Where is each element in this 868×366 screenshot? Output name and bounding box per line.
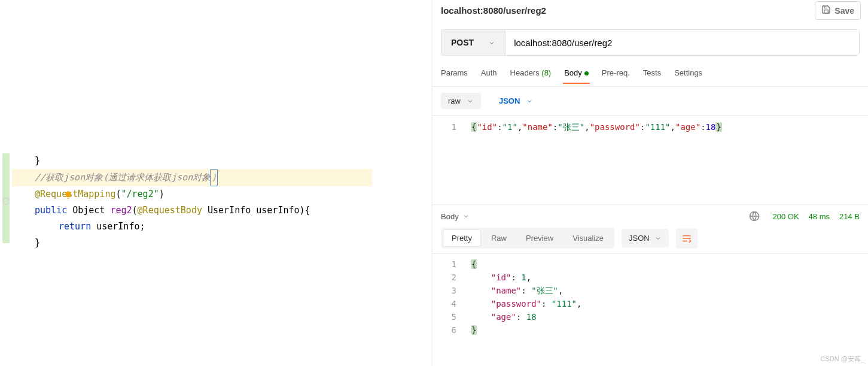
code-body[interactable]: } //获取json对象(通过请求体获取json对象) @RequestMapp… bbox=[12, 0, 432, 366]
tab-body[interactable]: Body bbox=[564, 68, 589, 83]
code-editor-pane: } //获取json对象(通过请求体获取json对象) @RequestMapp… bbox=[0, 0, 432, 366]
response-body-viewer[interactable]: 1{2 "id": 1,3 "name": "张三",4 "password":… bbox=[433, 253, 868, 340]
view-pill-group: PrettyRawPreviewVisualize bbox=[441, 228, 614, 249]
expr: userInfo; bbox=[96, 219, 145, 235]
line-number: 4 bbox=[433, 297, 471, 310]
tab-label: Auth bbox=[481, 68, 497, 77]
view-pill-pretty[interactable]: Pretty bbox=[443, 230, 480, 246]
code-text: } bbox=[471, 323, 868, 337]
body-lang-label: JSON bbox=[499, 96, 520, 105]
lightbulb-icon[interactable] bbox=[20, 173, 30, 183]
paren-open: ( bbox=[132, 202, 138, 219]
response-meta: 200 OK 48 ms 214 B bbox=[749, 211, 860, 222]
save-label: Save bbox=[835, 6, 854, 16]
tab-label: Params bbox=[441, 68, 468, 77]
view-pill-visualize[interactable]: Visualize bbox=[564, 230, 612, 246]
keyword: return bbox=[59, 219, 91, 235]
code-text: {"id":"1","name":"张三","password":"111","… bbox=[471, 120, 868, 134]
body-options-row: raw JSON bbox=[433, 87, 868, 115]
tab-label: Tests bbox=[643, 68, 661, 77]
code-line: @RequestMapping("/reg2") bbox=[12, 186, 432, 202]
code-text: "age": 18 bbox=[471, 310, 868, 323]
wrap-lines-button[interactable] bbox=[676, 228, 698, 249]
request-title-row: localhost:8080/user/reg2 Save bbox=[433, 0, 868, 26]
request-body-editor[interactable]: 1{"id":"1","name":"张三","password":"111",… bbox=[433, 115, 868, 205]
body-mode-label: raw bbox=[448, 96, 461, 105]
line-number: 6 bbox=[433, 323, 471, 337]
code-line: 6} bbox=[433, 323, 868, 337]
type: Object bbox=[72, 202, 105, 219]
view-pill-preview[interactable]: Preview bbox=[517, 230, 562, 246]
tab-tests[interactable]: Tests bbox=[643, 68, 661, 83]
tab-label: Body bbox=[564, 68, 582, 77]
tab-settings[interactable]: Settings bbox=[674, 68, 702, 83]
code-line: public Object reg2(@RequestBody UserInfo… bbox=[12, 202, 432, 219]
tab-label: Settings bbox=[674, 68, 702, 77]
save-button[interactable]: Save bbox=[815, 1, 861, 20]
response-size: 214 B bbox=[839, 212, 860, 221]
line-number: 1 bbox=[433, 258, 471, 271]
chevron-down-icon bbox=[488, 39, 495, 46]
code-line: 3 "name": "张三", bbox=[433, 284, 868, 297]
request-tabs: ParamsAuthHeaders (8)BodyPre-req.TestsSe… bbox=[433, 65, 868, 87]
body-mode-select[interactable]: raw bbox=[441, 93, 481, 109]
editor-gutter bbox=[0, 0, 12, 366]
http-method: POST bbox=[451, 38, 474, 47]
response-section-label: Body bbox=[441, 212, 459, 221]
shield-icon bbox=[2, 197, 10, 205]
globe-icon[interactable] bbox=[749, 211, 760, 222]
code-text: "password": "111", bbox=[471, 297, 868, 310]
request-row: POST bbox=[441, 29, 860, 56]
paren-open: ( bbox=[115, 186, 121, 202]
param-type: UserInfo bbox=[208, 202, 251, 219]
unsaved-dot-icon bbox=[584, 71, 589, 75]
code-line: 5 "age": 18 bbox=[433, 310, 868, 323]
code-comment: //获取json对象(通过请求体获取json对象 bbox=[35, 170, 211, 186]
tab-auth[interactable]: Auth bbox=[481, 68, 497, 83]
chevron-down-icon bbox=[654, 235, 662, 242]
code-line: } bbox=[12, 235, 432, 251]
line-number: 3 bbox=[433, 284, 471, 297]
tab-params[interactable]: Params bbox=[441, 68, 468, 83]
chevron-down-icon bbox=[462, 213, 470, 220]
request-title: localhost:8080/user/reg2 bbox=[441, 5, 546, 16]
code-line: 1{"id":"1","name":"张三","password":"111",… bbox=[433, 120, 868, 134]
annotation: @RequestBody bbox=[138, 202, 202, 219]
code-line: } bbox=[12, 153, 432, 169]
chevron-down-icon bbox=[526, 98, 533, 105]
postman-pane: localhost:8080/user/reg2 Save POST Param… bbox=[432, 0, 868, 366]
code-line: 4 "password": "111", bbox=[433, 297, 868, 310]
brace-close: } bbox=[35, 235, 40, 251]
method-name: reg2 bbox=[110, 202, 132, 219]
code-text: "id": 1, bbox=[471, 271, 868, 284]
tab-count: (8) bbox=[540, 68, 552, 77]
code-text: { bbox=[471, 258, 868, 271]
tab-label: Pre-req. bbox=[602, 68, 630, 77]
code-line: 2 "id": 1, bbox=[433, 271, 868, 284]
caret: ) bbox=[210, 169, 218, 186]
tab-label: Headers bbox=[510, 68, 540, 77]
line-number: 5 bbox=[433, 310, 471, 323]
view-pill-raw[interactable]: Raw bbox=[483, 230, 515, 246]
url-input[interactable] bbox=[505, 30, 859, 55]
response-format-select[interactable]: JSON bbox=[622, 229, 669, 247]
response-bar: Body 200 OK 48 ms 214 B bbox=[433, 205, 868, 228]
code-line: 1{ bbox=[433, 258, 868, 271]
response-section-select[interactable]: Body bbox=[441, 212, 470, 221]
body-lang-select[interactable]: JSON bbox=[492, 93, 540, 109]
chevron-down-icon bbox=[467, 98, 474, 105]
line-number: 1 bbox=[433, 120, 471, 134]
param-name: userInfo bbox=[256, 202, 299, 219]
tab-headers[interactable]: Headers (8) bbox=[510, 68, 552, 83]
response-time: 48 ms bbox=[809, 212, 830, 221]
code-text: } bbox=[35, 153, 40, 169]
response-view-tabs: PrettyRawPreviewVisualize JSON bbox=[433, 228, 868, 253]
response-format-label: JSON bbox=[629, 234, 650, 243]
paren-close: ) bbox=[159, 186, 165, 202]
string-literal: "/reg2" bbox=[121, 186, 159, 202]
code-text: "name": "张三", bbox=[471, 284, 868, 297]
code-line: return userInfo; bbox=[12, 219, 432, 235]
http-method-select[interactable]: POST bbox=[441, 30, 505, 55]
save-icon bbox=[821, 5, 831, 16]
tab-pre-req-[interactable]: Pre-req. bbox=[602, 68, 630, 83]
